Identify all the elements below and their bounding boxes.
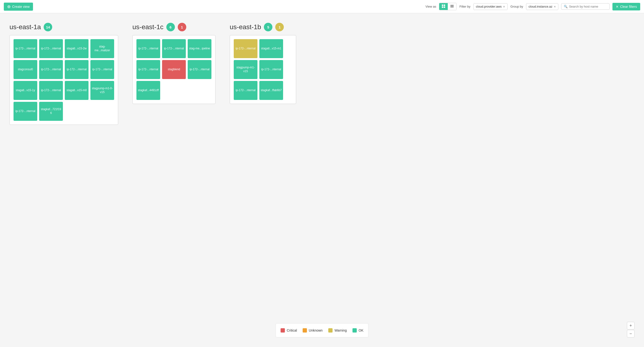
host-cell[interactable]: ip-172-...nternal bbox=[259, 60, 283, 79]
legend-label: OK bbox=[358, 328, 363, 332]
group-grid-container-us-east-1b: ip-172-...nternalstagatl...v15-m1stagpum… bbox=[230, 35, 296, 104]
group-grid-container-us-east-1c: ip-172-...nternalip-172-...nternalstag-m… bbox=[132, 35, 216, 104]
svg-rect-6 bbox=[450, 7, 454, 7]
grid-view-button[interactable] bbox=[439, 3, 448, 10]
host-cell[interactable]: stag-me...ipeline bbox=[188, 39, 212, 58]
group-section-us-east-1c: us-east-1c61ip-172-...nternalip-172-...n… bbox=[132, 23, 216, 104]
clear-filters-x-icon: ✕ bbox=[616, 5, 618, 8]
group-section-us-east-1b: us-east-1b51ip-172-...nternalstagatl...v… bbox=[230, 23, 296, 104]
host-cell[interactable]: ip-172-...nternal bbox=[39, 60, 63, 79]
host-cell[interactable]: stagatl...v15-2w bbox=[65, 39, 88, 58]
group-chip[interactable]: cloud.instance.az × bbox=[526, 3, 558, 10]
legend-item: Critical bbox=[280, 328, 297, 332]
host-cell[interactable]: ip-172-...nternal bbox=[14, 102, 37, 121]
legend-label: Unknown bbox=[309, 328, 322, 332]
host-cell[interactable]: stagkaf...721f196 bbox=[39, 102, 63, 121]
host-cell[interactable]: ip-172-...nternal bbox=[188, 60, 212, 79]
clear-filters-label: Clear filters bbox=[620, 5, 637, 8]
legend: CriticalUnknownWarningOK bbox=[276, 323, 368, 338]
group-chip-remove-icon[interactable]: × bbox=[554, 5, 556, 8]
host-cell[interactable]: ip-172-...nternal bbox=[65, 60, 88, 79]
filter-chip[interactable]: cloud.provider:aws × bbox=[474, 3, 508, 10]
legend-color-box bbox=[302, 328, 307, 332]
search-box[interactable]: 🔍 bbox=[561, 3, 610, 10]
group-header-us-east-1b: us-east-1b51 bbox=[230, 23, 296, 31]
legend-item: Unknown bbox=[302, 328, 322, 332]
host-cell[interactable]: stag-me...malizer bbox=[90, 39, 114, 58]
legend-color-box bbox=[352, 328, 357, 332]
svg-rect-2 bbox=[442, 6, 443, 8]
group-header-us-east-1c: us-east-1c61 bbox=[132, 23, 216, 31]
legend-label: Critical bbox=[287, 328, 297, 332]
group-chip-value: cloud.instance.az bbox=[529, 5, 552, 8]
host-cell[interactable]: stagpump-m1-v15 bbox=[234, 60, 258, 79]
search-input[interactable] bbox=[569, 5, 607, 8]
svg-rect-4 bbox=[450, 5, 454, 6]
host-cell[interactable]: stagconsul0 bbox=[14, 60, 37, 79]
group-badge-us-east-1b-0: 5 bbox=[264, 23, 272, 31]
group-title-us-east-1b: us-east-1b bbox=[230, 23, 261, 31]
svg-rect-0 bbox=[442, 4, 443, 6]
group-by-label: Group by bbox=[510, 5, 523, 8]
legend-label: Warning bbox=[334, 328, 347, 332]
host-cell[interactable]: stagkaf...4491cff bbox=[136, 81, 160, 100]
group-header-us-east-1a: us-east-1a14 bbox=[10, 23, 118, 31]
group-title-us-east-1c: us-east-1c bbox=[132, 23, 164, 31]
host-cell[interactable]: stagblend bbox=[162, 60, 186, 79]
group-title-us-east-1a: us-east-1a bbox=[10, 23, 41, 31]
host-grid-us-east-1b: ip-172-...nternalstagatl...v15-m1stagpum… bbox=[234, 39, 292, 100]
view-toggle bbox=[439, 3, 456, 10]
search-icon: 🔍 bbox=[564, 5, 568, 8]
host-grid-us-east-1a: ip-172-...nternalip-172-...nternalstagat… bbox=[14, 39, 114, 121]
toolbar: ⊕ Create view View as Filter by cloud.pr… bbox=[0, 0, 644, 13]
host-cell[interactable]: ip-172-...nternal bbox=[234, 39, 258, 58]
clear-filters-button[interactable]: ✕ Clear filters bbox=[612, 3, 640, 10]
list-icon bbox=[450, 4, 454, 8]
create-view-label: Create view bbox=[12, 5, 30, 8]
main-content: us-east-1a14ip-172-...nternalip-172-...n… bbox=[0, 13, 644, 139]
host-cell[interactable]: ip-172-...nternal bbox=[234, 81, 258, 100]
grid-icon bbox=[442, 4, 446, 8]
host-cell[interactable]: ip-172-...nternal bbox=[162, 39, 186, 58]
list-view-button[interactable] bbox=[448, 3, 456, 10]
host-cell[interactable]: ip-172-...nternal bbox=[39, 39, 63, 58]
group-badge-us-east-1c-1: 1 bbox=[178, 23, 186, 31]
group-grid-container-us-east-1a: ip-172-...nternalip-172-...nternalstagat… bbox=[10, 35, 118, 125]
zoom-controls: + − bbox=[627, 322, 634, 338]
svg-rect-5 bbox=[450, 6, 454, 6]
plus-icon: ⊕ bbox=[7, 4, 11, 9]
host-cell[interactable]: ip-172-...nternal bbox=[136, 39, 160, 58]
group-badge-us-east-1b-1: 1 bbox=[275, 23, 284, 31]
svg-rect-1 bbox=[444, 4, 445, 6]
create-view-button[interactable]: ⊕ Create view bbox=[4, 2, 33, 11]
host-cell[interactable]: ip-172-...nternal bbox=[90, 60, 114, 79]
view-as-label: View as bbox=[426, 5, 436, 8]
group-section-us-east-1a: us-east-1a14ip-172-...nternalip-172-...n… bbox=[10, 23, 118, 125]
filter-chip-value: cloud.provider:aws bbox=[476, 5, 502, 8]
filter-chip-remove-icon[interactable]: × bbox=[503, 5, 505, 8]
host-grid-us-east-1c: ip-172-...nternalip-172-...nternalstag-m… bbox=[136, 39, 212, 100]
host-cell[interactable]: ip-172-...nternal bbox=[39, 81, 63, 100]
zoom-out-button[interactable]: − bbox=[627, 330, 634, 338]
legend-item: Warning bbox=[328, 328, 347, 332]
host-cell[interactable]: ip-172-...nternal bbox=[14, 39, 37, 58]
group-badge-us-east-1a-0: 14 bbox=[44, 23, 52, 31]
group-badge-us-east-1c-0: 6 bbox=[166, 23, 175, 31]
host-cell[interactable]: stagatl...v15-m0 bbox=[65, 81, 88, 100]
host-cell[interactable]: stagatl...v15-m1 bbox=[259, 39, 283, 58]
svg-rect-3 bbox=[444, 6, 445, 8]
legend-item: OK bbox=[352, 328, 363, 332]
zoom-in-button[interactable]: + bbox=[627, 322, 634, 330]
host-cell[interactable]: stagatl...v15-1y bbox=[14, 81, 37, 100]
filter-by-label: Filter by bbox=[460, 5, 470, 8]
host-cell[interactable]: stagpump-m1-0-v15 bbox=[90, 81, 114, 100]
legend-color-box bbox=[328, 328, 333, 332]
host-cell[interactable]: stagkaf...ffab6b7 bbox=[259, 81, 283, 100]
legend-color-box bbox=[280, 328, 285, 332]
host-cell[interactable]: ip-172-...nternal bbox=[136, 60, 160, 79]
